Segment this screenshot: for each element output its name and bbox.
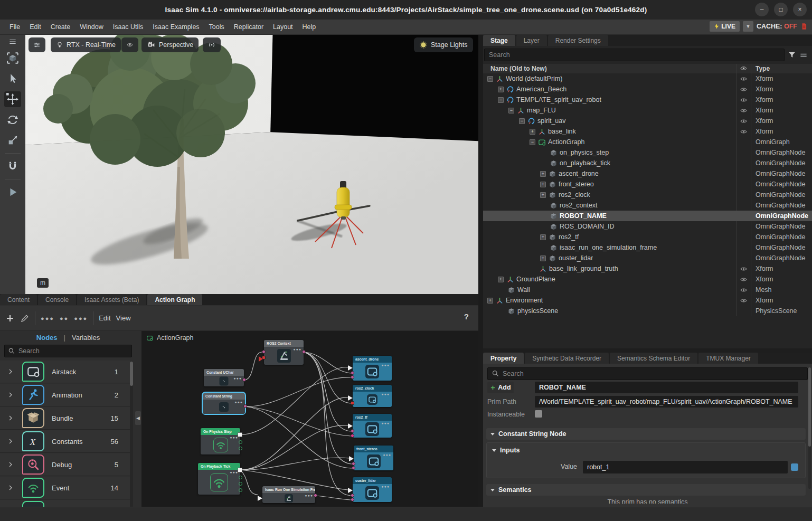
stage-row-spirit-uav[interactable]: −spirit_uavXform — [483, 116, 812, 126]
value-type-chip[interactable] — [791, 463, 798, 471]
dots-menu-icon[interactable]: ●●● — [74, 315, 88, 321]
type-column-header[interactable]: Type — [756, 65, 770, 72]
data-port[interactable] — [302, 350, 306, 354]
visibility-eye-icon[interactable] — [740, 276, 748, 283]
tab-action-graph[interactable]: Action Graph — [147, 294, 202, 305]
collapse-icon[interactable]: − — [530, 139, 535, 145]
menu-edit[interactable]: Edit — [25, 21, 45, 33]
new-graph-plus-icon[interactable] — [5, 314, 15, 323]
semantics-section[interactable]: Semantics — [486, 484, 806, 496]
exec-in-port[interactable] — [258, 496, 262, 501]
tab-tmux-manager[interactable]: TMUX Manager — [698, 353, 758, 364]
tab-stage[interactable]: Stage — [483, 35, 515, 46]
expand-icon[interactable]: + — [540, 255, 546, 261]
stage-row-isaac-run-one-simulation-frame[interactable]: isaac_run_one_simulation_frameOmniGraphN… — [483, 242, 812, 253]
visibility-button[interactable] — [121, 37, 138, 52]
instanceable-checkbox[interactable] — [535, 410, 542, 418]
exec-in-port[interactable] — [348, 423, 353, 429]
stage-row-environment[interactable]: +EnvironmentXform — [483, 295, 812, 306]
dots-menu-icon[interactable]: ●● — [60, 315, 69, 321]
stage-lights-button[interactable]: Stage Lights — [414, 37, 473, 52]
add-property-button[interactable]: Add — [487, 382, 514, 393]
data-port[interactable] — [314, 494, 317, 497]
expand-icon[interactable]: + — [540, 182, 546, 187]
tab-semantics-schema-editor[interactable]: Semantics Schema Editor — [610, 353, 697, 364]
exec-in-port[interactable] — [348, 488, 353, 493]
vertical-splitter[interactable] — [478, 35, 483, 507]
property-search-input[interactable] — [487, 367, 808, 380]
data-port-red[interactable] — [351, 401, 354, 405]
graph-node-ros2-tf[interactable]: ros2_tf●●● — [353, 414, 392, 438]
bundle-port[interactable] — [239, 476, 242, 479]
filter-icon[interactable] — [788, 51, 796, 59]
visibility-eye-icon[interactable] — [740, 107, 748, 114]
menu-layout[interactable]: Layout — [269, 21, 297, 33]
node-list-scrollbar[interactable] — [130, 362, 133, 509]
stage-row-ros2-clock[interactable]: +ros2_clockOmniGraphNode — [483, 190, 812, 200]
menu-tools[interactable]: Tools — [205, 21, 229, 33]
chevron-right-icon[interactable] — [7, 438, 14, 444]
stage-row-base-link-ground-truth[interactable]: base_link_ground_truthXform — [483, 263, 812, 274]
graph-node-ros2-clock[interactable]: ros2_clock●●● — [353, 385, 392, 407]
expand-icon[interactable]: + — [487, 298, 493, 304]
stage-row-robot-name[interactable]: ROBOT_NAMEOmniGraphNode — [483, 211, 812, 221]
snap-tool[interactable] — [4, 158, 21, 174]
live-dropdown-chevron-icon[interactable]: ▼ — [743, 21, 753, 32]
menu-replicator[interactable]: Replicator — [230, 21, 268, 33]
renderer-selector[interactable]: RTX - Real-Time — [51, 37, 121, 52]
category-partial[interactable] — [0, 500, 130, 507]
play-tool[interactable] — [4, 184, 21, 200]
node-search-input[interactable] — [4, 345, 132, 357]
property-scrollbar[interactable] — [808, 367, 811, 489]
stage-row-physicsscene[interactable]: physicsScenePhysicsScene — [483, 306, 812, 316]
stage-row-ros2-tf[interactable]: +ros2_tfOmniGraphNode — [483, 232, 812, 242]
category-constants[interactable]: XConstants56 — [0, 430, 130, 453]
collapse-icon[interactable]: − — [508, 108, 514, 113]
chevron-right-icon[interactable] — [7, 392, 14, 398]
data-port[interactable] — [262, 350, 266, 354]
category-bundle[interactable]: Bundle15 — [0, 407, 130, 430]
dots-menu-icon[interactable]: ●●● — [41, 315, 54, 321]
stage-row-map-flu[interactable]: −map_FLUXform — [483, 105, 812, 116]
stage-row-on-physics-step[interactable]: on_physics_stepOmniGraphNode — [483, 147, 812, 158]
chevron-right-icon[interactable] — [7, 485, 14, 491]
exec-in-port[interactable] — [349, 456, 354, 461]
stage-row-world-defaultprim-[interactable]: −World (defaultPrim)Xform — [483, 73, 812, 84]
exec-out-port[interactable] — [238, 432, 242, 437]
stage-row-on-playback-tick[interactable]: on_playback_tickOmniGraphNode — [483, 158, 812, 168]
expand-icon[interactable]: + — [498, 277, 504, 282]
inputs-section[interactable]: Inputs — [492, 447, 520, 454]
minimize-button[interactable]: – — [755, 3, 769, 16]
stage-row-ros2-context[interactable]: ros2_contextOmniGraphNode — [483, 200, 812, 211]
category-event[interactable]: Event14 — [0, 477, 130, 499]
data-port[interactable] — [351, 494, 354, 497]
tab-console[interactable]: Console — [38, 294, 76, 305]
visibility-eye-icon[interactable] — [740, 75, 748, 82]
collapse-icon[interactable]: − — [498, 97, 504, 103]
graph-node-ros2-context[interactable]: ROS2 Context●●● — [264, 340, 304, 365]
exec-in-port[interactable] — [348, 395, 353, 401]
expand-icon[interactable]: + — [540, 171, 546, 177]
help-button[interactable]: ? — [464, 312, 469, 321]
menu-file[interactable]: File — [5, 21, 24, 33]
graph-node-constant-uchar[interactable]: Constant UChar●●● — [204, 369, 244, 386]
menu-create[interactable]: Create — [46, 21, 75, 33]
view-menu[interactable]: View — [116, 314, 131, 322]
stage-row-ascent-drone[interactable]: +ascent_droneOmniGraphNode — [483, 168, 812, 179]
expand-icon[interactable]: + — [540, 192, 546, 198]
stage-row-ouster-lidar[interactable]: +ouster_lidarOmniGraphNode — [483, 253, 812, 263]
visibility-eye-icon[interactable] — [740, 297, 748, 304]
visibility-eye-icon[interactable] — [740, 266, 748, 272]
cursor-tool[interactable] — [4, 71, 21, 87]
stage-row-template-spirit-uav-robot[interactable]: −TEMPLATE_spirit_uav_robotXform — [483, 94, 812, 105]
3d-viewport[interactable]: RTX - Real-Time Perspective Stage Lights… — [25, 35, 478, 294]
bundle-port[interactable] — [239, 482, 242, 486]
stage-row-front-stereo[interactable]: +front_stereoOmniGraphNode — [483, 179, 812, 190]
tab-synthetic-data-recorder[interactable]: Synthetic Data Recorder — [525, 353, 609, 364]
stage-row-ros-domain-id[interactable]: ROS_DOMAIN_IDOmniGraphNode — [483, 221, 812, 232]
collapse-icon[interactable]: − — [519, 118, 525, 124]
tab-render-settings[interactable]: Render Settings — [548, 35, 608, 46]
list-options-icon[interactable] — [799, 51, 808, 59]
graph-node-ascent-drone[interactable]: ascent_drone●●● — [353, 356, 392, 381]
stage-row-base-link[interactable]: +base_linkXform — [483, 126, 812, 137]
